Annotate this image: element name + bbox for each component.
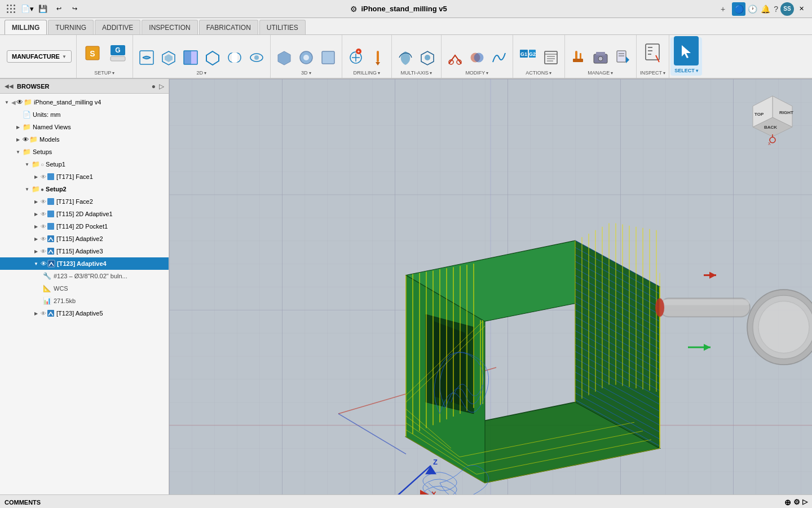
tab-utilities[interactable]: UTILITIES bbox=[259, 20, 306, 34]
t114-pocket1-expand[interactable]: ▶ bbox=[32, 224, 41, 229]
post-process-button[interactable] bbox=[541, 47, 561, 68]
tree-models[interactable]: ▶ 👁 📁 Models bbox=[0, 133, 169, 146]
modify-curve-button[interactable] bbox=[489, 47, 509, 68]
2d-pocket-button[interactable] bbox=[158, 47, 179, 68]
browser-collapse-icon[interactable]: ◀◀ bbox=[5, 83, 14, 89]
post-library-button[interactable] bbox=[612, 47, 633, 68]
svg-rect-59 bbox=[47, 235, 54, 242]
named-views-expand[interactable]: ▶ bbox=[14, 125, 23, 130]
models-expand[interactable]: ▶ bbox=[14, 137, 23, 142]
tab-additive[interactable]: ADDITIVE bbox=[95, 20, 140, 34]
machine-library-button[interactable] bbox=[590, 47, 611, 68]
tree-t171-face1[interactable]: ▶ 👁 [T171] Face1 bbox=[0, 170, 169, 183]
file-menu-icon[interactable]: 📄▾ bbox=[20, 2, 34, 16]
t171-face1-expand[interactable]: ▶ bbox=[32, 174, 41, 179]
tree-setups[interactable]: ▼ 📁 Setups bbox=[0, 146, 169, 158]
save-icon[interactable]: 💾 bbox=[36, 2, 50, 16]
tab-milling[interactable]: MILLING bbox=[5, 20, 47, 34]
t115-adaptive1-label: [T115] 2D Adaptive1 bbox=[55, 211, 166, 217]
view-cube[interactable]: RIGHT BACK TOP X bbox=[744, 90, 795, 141]
root-expand-icon[interactable]: ▼ bbox=[2, 100, 11, 105]
setup1-label: Setup1 bbox=[44, 161, 166, 168]
2d-contour-button[interactable] bbox=[202, 47, 223, 68]
main-area: ◀◀ BROWSER ● ▷ ▼ ◀ 👁 📁 iPhone_stand_mill… bbox=[0, 79, 812, 494]
g-offset-button[interactable]: G bbox=[107, 38, 129, 68]
3d-pocket-button[interactable] bbox=[296, 47, 316, 68]
t115-adaptive3-label: [T115] Adaptive3 bbox=[55, 248, 166, 255]
tree-named-views[interactable]: ▶ 📁 Named Views bbox=[0, 121, 169, 133]
svg-marker-75 bbox=[434, 321, 465, 406]
modify-boolean-button[interactable] bbox=[467, 47, 487, 68]
setups-expand[interactable]: ▼ bbox=[14, 150, 23, 155]
svg-text:BACK: BACK bbox=[764, 125, 777, 130]
modify-cut-button[interactable] bbox=[445, 47, 465, 68]
t171-face2-expand[interactable]: ▶ bbox=[32, 199, 41, 204]
tab-inspection[interactable]: INSPECTION bbox=[142, 20, 197, 34]
tree-setup2[interactable]: ▼ 📁 ● Setup2 bbox=[0, 183, 169, 195]
viewport[interactable]: X Y Z bbox=[169, 79, 812, 494]
browser-expand-icon[interactable]: ▷ bbox=[159, 82, 164, 90]
user-avatar[interactable]: SS bbox=[780, 2, 794, 16]
drilling-button[interactable] bbox=[368, 47, 388, 68]
select-button[interactable] bbox=[674, 36, 699, 65]
t123-adaptive4-expand[interactable]: ▼ bbox=[32, 261, 41, 266]
measure-button[interactable] bbox=[640, 38, 665, 68]
svg-text:X: X bbox=[431, 490, 436, 494]
clock-icon[interactable]: 🕐 bbox=[748, 5, 757, 14]
comments-expand-icon[interactable]: ▷ bbox=[802, 498, 807, 507]
tab-fabrication[interactable]: FABRICATION bbox=[199, 20, 258, 34]
tree-t123-adaptive4[interactable]: ▼ 👁 [T123] Adaptive4 bbox=[0, 257, 169, 270]
tab-turning[interactable]: TURNING bbox=[48, 20, 94, 34]
setups-icons: 📁 bbox=[23, 148, 31, 156]
slot-button[interactable] bbox=[224, 47, 245, 68]
tree-t115-adaptive2[interactable]: ▶ 👁 [T115] Adaptive2 bbox=[0, 233, 169, 245]
comments-add-icon[interactable]: ⊕ bbox=[784, 498, 791, 507]
svg-rect-4 bbox=[111, 56, 125, 61]
simulate-button[interactable]: G1 G2 bbox=[517, 47, 539, 68]
multi-axis-button2[interactable] bbox=[417, 47, 438, 68]
bell-icon[interactable]: 🔔 bbox=[761, 5, 770, 14]
tree-t171-face2[interactable]: ▶ 👁 [T171] Face2 bbox=[0, 195, 169, 208]
tree-units[interactable]: 📄 Units: mm bbox=[0, 108, 169, 121]
tree-root[interactable]: ▼ ◀ 👁 📁 iPhone_stand_milling v4 bbox=[0, 96, 169, 108]
setup2-expand[interactable]: ▼ bbox=[23, 187, 32, 192]
t115-adaptive1-expand[interactable]: ▶ bbox=[32, 212, 41, 217]
t123-adaptive5-expand[interactable]: ▶ bbox=[32, 311, 41, 316]
setup-button[interactable]: S bbox=[80, 38, 105, 68]
drilling-tools: + bbox=[346, 47, 388, 68]
tree-wcs[interactable]: 📐 WCS bbox=[0, 282, 169, 295]
tree-t115-adaptive3[interactable]: ▶ 👁 [T115] Adaptive3 bbox=[0, 245, 169, 257]
tree-setup1[interactable]: ▼ 📁 ○ Setup1 bbox=[0, 158, 169, 170]
setup1-expand[interactable]: ▼ bbox=[23, 162, 32, 167]
horizontal-button[interactable] bbox=[318, 47, 338, 68]
circular-button[interactable] bbox=[246, 47, 267, 68]
svg-line-54 bbox=[656, 55, 659, 62]
svg-rect-60 bbox=[47, 248, 54, 255]
file-tree: ▼ ◀ 👁 📁 iPhone_stand_milling v4 📄 Units:… bbox=[0, 94, 169, 494]
t115-adaptive3-expand[interactable]: ▶ bbox=[32, 249, 41, 254]
close-window-button[interactable]: ✕ bbox=[796, 3, 807, 15]
browser-pin-icon[interactable]: ● bbox=[152, 82, 156, 90]
help-icon[interactable]: ? bbox=[774, 5, 778, 14]
add-tab-button[interactable]: + bbox=[716, 2, 730, 16]
manufacture-button[interactable]: MANUFACTURE ▼ bbox=[7, 50, 72, 63]
modify-section: MODIFY ▾ bbox=[442, 35, 513, 78]
redo-icon[interactable]: ↪ bbox=[68, 2, 81, 16]
comments-settings-icon[interactable]: ⚙ bbox=[793, 498, 800, 507]
tree-size[interactable]: 📊 271.5kb bbox=[0, 295, 169, 307]
app-menu-icon[interactable] bbox=[5, 2, 18, 16]
tree-t123-adaptive5[interactable]: ▶ 👁 [T123] Adaptive5 bbox=[0, 307, 169, 319]
tool-library-button[interactable] bbox=[568, 47, 589, 68]
2d-adaptive-button[interactable] bbox=[136, 47, 157, 68]
tree-t114-pocket1[interactable]: ▶ 👁 [T114] 2D Pocket1 bbox=[0, 220, 169, 233]
multi-axis-button1[interactable] bbox=[395, 47, 416, 68]
3d-adaptive-button[interactable] bbox=[274, 47, 294, 68]
face-button[interactable] bbox=[180, 47, 201, 68]
tree-t115-2d-adaptive1[interactable]: ▶ 👁 [T115] 2D Adaptive1 bbox=[0, 208, 169, 220]
t171-face1-label: [T171] Face1 bbox=[55, 173, 166, 180]
drilling-add-button[interactable]: + bbox=[346, 47, 366, 68]
tree-tool-123[interactable]: 🔧 #123 – Ø3/8"R0.02" buln... bbox=[0, 270, 169, 282]
title-left: 📄▾ 💾 ↩ ↪ bbox=[5, 2, 81, 16]
t115-adaptive2-expand[interactable]: ▶ bbox=[32, 237, 41, 242]
undo-icon[interactable]: ↩ bbox=[52, 2, 65, 16]
